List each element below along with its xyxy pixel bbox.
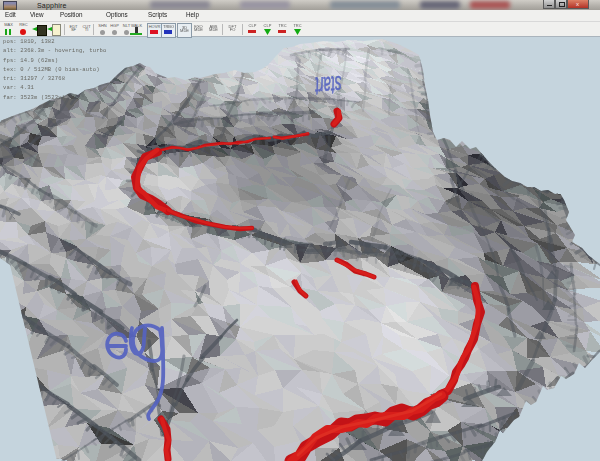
- svg-text:start: start: [314, 71, 343, 102]
